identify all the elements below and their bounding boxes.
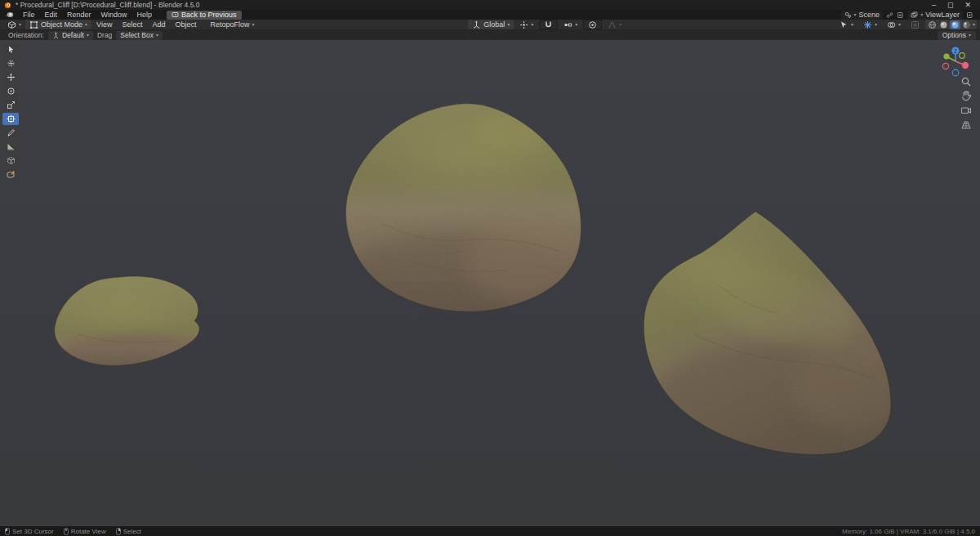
chevron-down-icon: ▾ xyxy=(252,22,255,27)
tool-add-cube[interactable] xyxy=(2,154,19,167)
new-scene-icon[interactable] xyxy=(897,11,904,19)
hint-mmb: Rotate View xyxy=(64,528,106,535)
rock-large-center[interactable] xyxy=(331,97,596,345)
unlink-scene-icon[interactable] xyxy=(886,11,893,19)
overlays-toggle-dropdown[interactable]: ▾ xyxy=(883,20,905,29)
perspective-grid-icon[interactable] xyxy=(960,119,972,131)
move-icon xyxy=(7,73,16,82)
shading-rendered-button[interactable] xyxy=(961,20,972,29)
navigation-gizmo[interactable]: Z xyxy=(938,43,973,79)
menu-object[interactable]: Object xyxy=(170,20,201,29)
snap-toggle[interactable] xyxy=(539,20,558,29)
mouse-left-icon xyxy=(5,528,10,535)
orientation-label: Orientation: xyxy=(8,31,44,39)
minimize-button[interactable]: – xyxy=(932,1,936,9)
object-visibility-dropdown[interactable]: ▾ xyxy=(835,20,858,29)
menu-render[interactable]: Render xyxy=(62,10,96,20)
xray-toggle[interactable] xyxy=(906,20,924,29)
visibility-filter-icon xyxy=(840,20,849,29)
scene-icon xyxy=(844,11,852,19)
scale-icon xyxy=(7,100,16,109)
gizmo-toggle-dropdown[interactable]: ▾ xyxy=(859,20,881,29)
rock-large-right[interactable] xyxy=(608,187,906,473)
select-box-icon xyxy=(7,45,16,54)
tool-retopoflow[interactable] xyxy=(2,168,19,181)
options-dropdown[interactable]: Options ▾ xyxy=(938,31,976,40)
rock-small-left[interactable] xyxy=(49,271,212,383)
shading-solid-button[interactable] xyxy=(938,20,949,29)
chevron-down-icon: ▾ xyxy=(619,22,621,27)
axis-x-positive[interactable] xyxy=(962,62,969,69)
tool-rotate[interactable] xyxy=(2,85,19,97)
mouse-middle-icon xyxy=(64,528,69,535)
proportional-editing-toggle[interactable] xyxy=(583,20,602,29)
drag-tool-dropdown[interactable]: Select Box ▾ xyxy=(116,31,163,40)
menu-help[interactable]: Help xyxy=(132,10,158,20)
menu-view[interactable]: View xyxy=(91,20,117,29)
window-title: * Procedural_Cliff [D:\Procedural_Cliff.… xyxy=(16,1,200,9)
tool-measure[interactable] xyxy=(2,141,19,153)
chevron-down-icon: ▾ xyxy=(920,12,923,17)
axis-y-positive[interactable] xyxy=(943,53,949,59)
overlays-icon xyxy=(887,20,896,29)
zoom-view-icon[interactable] xyxy=(960,76,972,87)
tool-scale[interactable] xyxy=(2,99,19,111)
shading-material-button[interactable] xyxy=(950,20,960,29)
chevron-down-icon: ▾ xyxy=(85,22,87,27)
magnet-icon xyxy=(544,20,553,29)
editor-type-selector[interactable]: ▾ xyxy=(3,20,25,29)
chevron-down-icon: ▾ xyxy=(507,22,510,27)
svg-text:Z: Z xyxy=(954,48,957,54)
tool-tweak-select[interactable] xyxy=(2,43,19,56)
view-layer-selector[interactable]: ▾ ViewLayer xyxy=(907,11,963,20)
wireframe-shading-icon xyxy=(928,20,937,29)
chevron-down-icon: ▾ xyxy=(854,12,857,17)
tool-move[interactable] xyxy=(2,71,19,83)
measure-ruler-icon xyxy=(7,142,16,151)
cursor-3d-icon xyxy=(7,59,16,68)
chevron-down-icon: ▾ xyxy=(898,22,901,27)
close-button[interactable]: ✕ xyxy=(964,1,971,9)
pivot-point-dropdown[interactable]: ▾ xyxy=(515,20,537,29)
tool-cursor[interactable] xyxy=(2,57,19,69)
mode-selector[interactable]: Object Mode ▾ xyxy=(25,20,91,29)
menu-retopoflow[interactable]: RetopoFlow ▾ xyxy=(206,20,258,29)
tool-orientation-dropdown[interactable]: Default ▾ xyxy=(48,31,93,40)
snap-target-dropdown[interactable]: ▾ xyxy=(559,20,581,29)
gizmo-icon xyxy=(863,20,872,29)
menu-edit[interactable]: Edit xyxy=(40,10,63,20)
maximize-button[interactable]: ◻ xyxy=(947,1,953,9)
proportional-falloff-dropdown[interactable]: ▾ xyxy=(604,20,626,29)
menu-file[interactable]: File xyxy=(18,10,40,20)
menu-window[interactable]: Window xyxy=(96,10,132,20)
new-view-layer-icon[interactable] xyxy=(966,11,973,19)
add-cube-icon xyxy=(7,156,16,165)
solid-shading-icon xyxy=(939,20,948,29)
tool-settings-bar: Orientation: Default ▾ Drag Select Box ▾… xyxy=(0,30,980,40)
axis-y-negative[interactable] xyxy=(960,53,965,59)
chevron-down-icon: ▾ xyxy=(156,33,158,38)
chevron-down-icon: ▾ xyxy=(87,33,89,38)
camera-view-icon[interactable] xyxy=(960,105,972,116)
transform-icon xyxy=(7,114,16,123)
transform-orientation-dropdown[interactable]: Global ▾ xyxy=(468,20,514,29)
back-to-previous-button[interactable]: Back to Previous xyxy=(167,11,242,20)
menu-select[interactable]: Select xyxy=(117,20,147,29)
tool-transform[interactable] xyxy=(2,113,19,125)
material-preview-shading-icon xyxy=(951,20,960,29)
chevron-down-icon: ▾ xyxy=(575,22,577,27)
snap-target-icon xyxy=(564,20,572,29)
retopoflow-tool-icon xyxy=(7,170,16,179)
shading-wireframe-button[interactable] xyxy=(927,20,938,29)
scene-selector[interactable]: ▾ Scene xyxy=(841,11,884,20)
chevron-down-icon: ▾ xyxy=(973,22,975,27)
viewport-3d[interactable]: Z xyxy=(0,40,980,526)
falloff-curve-icon xyxy=(608,20,617,29)
tool-annotate[interactable] xyxy=(2,127,19,139)
axis-x-negative[interactable] xyxy=(942,63,948,69)
axis-z-negative[interactable] xyxy=(952,69,959,76)
pan-hand-icon[interactable] xyxy=(960,90,972,101)
chevron-down-icon: ▾ xyxy=(851,22,853,27)
menu-add[interactable]: Add xyxy=(147,20,170,29)
memory-stats: Memory: 1.06 GiB | VRAM: 3.1/6.0 GiB | 4… xyxy=(842,528,975,535)
